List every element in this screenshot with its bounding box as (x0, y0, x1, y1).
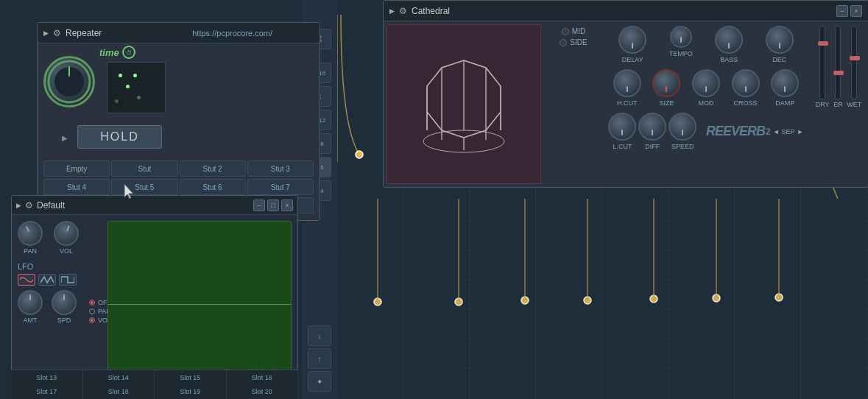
repeater-knob-area: time ⏱ ▶ (43, 49, 166, 155)
pattern-row-0: Empty Stut Stut 2 Stut 3 (43, 160, 314, 177)
lfo-triangle-shape[interactable] (38, 274, 56, 286)
tempo-knob-item: TEMPO (669, 26, 693, 63)
pattern-cell-stut7[interactable]: Stut 7 (247, 179, 314, 195)
cathedral-visualization (387, 24, 541, 184)
knobs-row3: L.CUT DIFF SPEED REEVERB 2 (607, 113, 805, 150)
diff-knob[interactable] (638, 113, 666, 141)
wet-label: WET (847, 101, 861, 108)
slot-18[interactable]: Slot 18 (83, 385, 155, 400)
mid-radio-row[interactable]: MID (562, 27, 585, 35)
lcut-knob[interactable] (608, 113, 636, 141)
sep-label: SEP (782, 128, 795, 135)
repeater-titlebar[interactable]: ▶ ⚙ Repeater https://pcprocore.com/ (38, 23, 320, 43)
time-label: time (99, 47, 119, 58)
hold-button[interactable]: HOLD (77, 125, 161, 149)
maximize-button[interactable]: □ (267, 200, 279, 211)
side-radio-dot (560, 39, 567, 46)
toolbar-down-arrow[interactable]: ↓ (308, 325, 331, 346)
wet-slider-item: WET (847, 26, 861, 108)
dry-slider-thumb (818, 41, 828, 46)
lfo-shapes (18, 274, 102, 286)
mid-label: MID (572, 27, 585, 35)
slots-row-1: Slot 13 Slot 14 Slot 15 Slot 16 (11, 370, 298, 385)
pattern-cell-stut4[interactable]: Stut 4 (43, 179, 110, 195)
reeverb-area: REEVERB 2 (706, 113, 771, 150)
slot-19[interactable]: Slot 19 (155, 385, 227, 400)
amt-knob-item: AMT (18, 290, 43, 324)
wet-slider[interactable] (851, 26, 857, 99)
speed-knob[interactable] (668, 113, 696, 141)
cathedral-win-controls: − × (836, 5, 862, 17)
close-button[interactable]: × (281, 200, 293, 211)
slot-13[interactable]: Slot 13 (11, 370, 83, 385)
time-control-area: time ⏱ (99, 46, 166, 59)
lfo-sine-shape[interactable] (18, 274, 35, 286)
pattern-cell-empty[interactable]: Empty (43, 160, 110, 177)
pattern-cell-stut6[interactable]: Stut 6 (180, 179, 246, 195)
side-radio-row[interactable]: SIDE (560, 38, 587, 46)
dry-slider-item: DRY (816, 26, 830, 108)
amt-label: AMT (24, 317, 38, 324)
pattern-cell-stut2[interactable]: Stut 2 (180, 160, 246, 177)
pattern-cell-stut[interactable]: Stut (111, 160, 177, 177)
vol-knob[interactable] (50, 217, 82, 250)
dry-slider[interactable] (819, 26, 825, 99)
slot-14[interactable]: Slot 14 (83, 370, 155, 385)
wet-slider-thumb (850, 56, 860, 60)
pan-knob[interactable] (13, 216, 47, 250)
lfo-square-shape[interactable] (59, 274, 77, 286)
time-icon: ⏱ (122, 46, 135, 59)
mod-knob-item: MOD (692, 69, 720, 107)
cathedral-close[interactable]: × (850, 5, 862, 17)
damp-knob[interactable] (771, 69, 799, 97)
hcut-knob[interactable] (613, 69, 641, 97)
dot-3 (126, 85, 130, 88)
slot-16[interactable]: Slot 16 (227, 370, 299, 385)
spd-label: SPD (57, 317, 71, 324)
repeater-content: time ⏱ ▶ (38, 43, 320, 160)
delay-label: DELAY (622, 56, 643, 63)
size-knob[interactable] (652, 69, 680, 97)
pan-label: PAN (24, 247, 37, 255)
mod-label: MOD (698, 99, 713, 107)
cathedral-3d-svg (405, 46, 523, 163)
bass-label: BASS (720, 56, 738, 63)
mod-knob[interactable] (692, 69, 720, 97)
default-titlebar[interactable]: ▶ ⚙ Default − □ × (12, 196, 297, 215)
pattern-cell-stut3[interactable]: Stut 3 (247, 160, 314, 177)
dec-knob[interactable] (766, 26, 794, 54)
damp-knob-item: DAMP (771, 69, 799, 107)
er-slider[interactable] (835, 26, 841, 99)
amt-knob[interactable] (18, 290, 43, 315)
spd-knob[interactable] (52, 290, 77, 315)
window-controls: − □ × (253, 200, 293, 211)
repeater-big-knob[interactable] (43, 56, 95, 107)
radio-vol-dot (89, 317, 95, 323)
cathedral-minimize[interactable]: − (836, 5, 848, 17)
toolbar-star-btn[interactable]: ✦ (308, 371, 331, 392)
er-slider-item: ER (833, 26, 843, 108)
diff-label: DIFF (645, 143, 660, 150)
mid-side-panel: MID SIDE (544, 21, 603, 187)
cross-knob[interactable] (732, 69, 760, 97)
pattern-cell-stut5[interactable]: Stut 5 (111, 179, 177, 195)
sep-left-arrow: ◄ (773, 128, 780, 135)
cross-knob-item: CROSS (732, 69, 760, 107)
svg-point-1 (356, 151, 363, 158)
tempo-knob[interactable] (670, 26, 692, 48)
minimize-button[interactable]: − (253, 200, 265, 211)
slot-17[interactable]: Slot 17 (11, 385, 83, 400)
er-label: ER (833, 101, 843, 108)
main-area: X 1/16 X 1/12 1/8 1/6 1/4 ↓ ↑ (0, 0, 868, 399)
dot-grid-display (107, 62, 166, 113)
window-cathedral: ▶ ⚙ Cathedral − × (383, 0, 868, 188)
delay-knob[interactable] (618, 26, 646, 54)
window-default: ▶ ⚙ Default − □ × (11, 195, 298, 394)
radio-pan-dot (89, 308, 95, 314)
toolbar-up-arrow[interactable]: ↑ (308, 348, 331, 369)
cathedral-titlebar[interactable]: ▶ ⚙ Cathedral − × (384, 1, 868, 21)
slot-20[interactable]: Slot 20 (227, 385, 299, 400)
bass-knob[interactable] (715, 26, 743, 54)
dot-2 (133, 74, 137, 77)
slot-15[interactable]: Slot 15 (155, 370, 227, 385)
